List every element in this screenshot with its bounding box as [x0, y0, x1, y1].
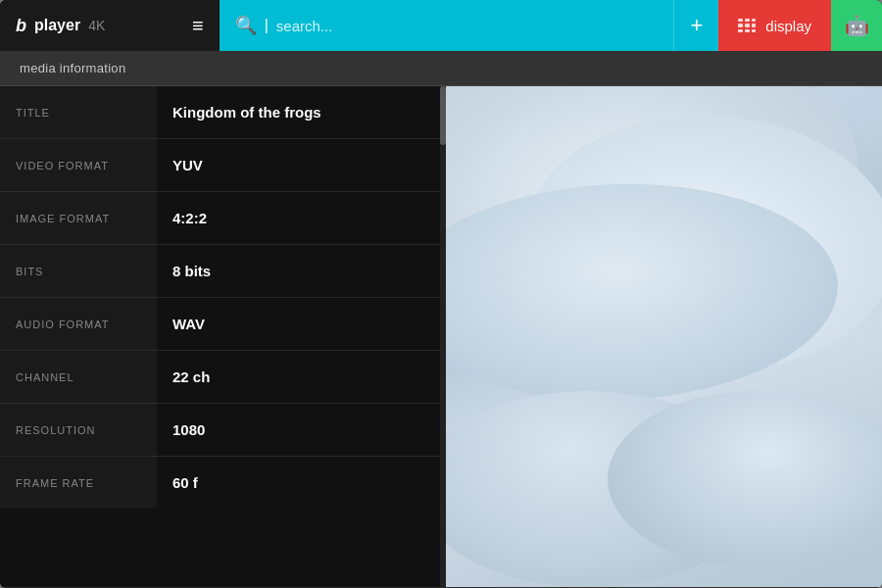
media-info-table: TITLE Kingdom of the frogs VIDEO FORMAT …: [0, 86, 446, 509]
search-icon: 🔍: [235, 15, 257, 36]
extra-button[interactable]: 🤖: [831, 0, 882, 51]
info-value: 22 ch: [157, 351, 446, 404]
info-label: BITS: [0, 245, 157, 298]
info-label: AUDIO FORMAT: [0, 298, 157, 351]
table-row: CHANNEL 22 ch: [0, 351, 446, 404]
info-label: VIDEO FORMAT: [0, 139, 157, 192]
display-button[interactable]: display: [718, 0, 831, 51]
table-row: TITLE Kingdom of the frogs: [0, 86, 446, 139]
subheader-title: media information: [20, 61, 125, 75]
snow-scene: [446, 86, 882, 587]
info-panel: TITLE Kingdom of the frogs VIDEO FORMAT …: [0, 86, 446, 587]
table-row: IMAGE FORMAT 4:2:2: [0, 192, 446, 245]
table-row: BITS 8 bits: [0, 245, 446, 298]
search-placeholder: search...: [276, 18, 333, 34]
topbar: b player 4K ≡ 🔍 | search... + display 🤖: [0, 0, 882, 51]
brand-area: b player 4K: [0, 0, 176, 51]
display-label: display: [765, 18, 811, 34]
info-label: RESOLUTION: [0, 404, 157, 457]
table-row: AUDIO FORMAT WAV: [0, 298, 446, 351]
info-label: IMAGE FORMAT: [0, 192, 157, 245]
info-value: YUV: [157, 139, 446, 192]
brand-name: player: [34, 17, 80, 34]
add-button[interactable]: +: [673, 0, 718, 51]
subheader: media information: [0, 51, 882, 86]
info-value: 1080: [157, 404, 446, 457]
info-value: 4:2:2: [157, 192, 446, 245]
brand-icon: b: [16, 16, 26, 36]
table-row: VIDEO FORMAT YUV: [0, 139, 446, 192]
info-label: CHANNEL: [0, 351, 157, 404]
preview-panel: [446, 86, 882, 587]
table-row: RESOLUTION 1080: [0, 404, 446, 457]
info-value: 8 bits: [157, 245, 446, 298]
menu-button[interactable]: ≡: [176, 0, 220, 51]
info-value: Kingdom of the frogs: [157, 86, 446, 139]
robot-icon: 🤖: [845, 14, 869, 37]
info-value: WAV: [157, 298, 446, 351]
snow-dune-5: [608, 391, 882, 567]
main-content: TITLE Kingdom of the frogs VIDEO FORMAT …: [0, 86, 882, 587]
info-value: 60 f: [157, 457, 446, 510]
search-bar: 🔍 | search...: [220, 0, 674, 51]
info-label: FRAME RATE: [0, 457, 157, 510]
brand-quality: 4K: [88, 18, 105, 33]
grid-icon: [738, 19, 756, 32]
table-row: FRAME RATE 60 f: [0, 457, 446, 510]
info-label: TITLE: [0, 86, 157, 139]
search-cursor: |: [265, 17, 269, 34]
main-window: b player 4K ≡ 🔍 | search... + display 🤖 …: [0, 0, 882, 588]
